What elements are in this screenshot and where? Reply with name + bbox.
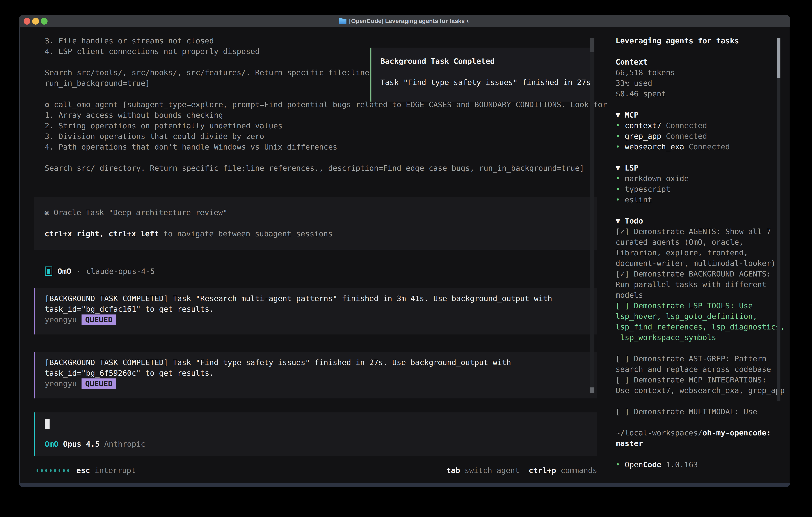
- main-scrollbar-track[interactable]: [590, 38, 594, 393]
- terminal-window: [OpenCode] Leveraging agents for tasks ◐…: [19, 15, 790, 487]
- task-line1: [BACKGROUND TASK COMPLETED] Task "Resear…: [45, 293, 597, 304]
- workspace-branch: master: [616, 438, 790, 449]
- input-meta: OmO Opus 4.5 Anthropic: [45, 439, 597, 450]
- text-cursor: [45, 419, 50, 429]
- context-used: 33% used: [616, 78, 790, 88]
- activity-dots-icon: [36, 469, 69, 472]
- scrollback-line: Search src/tools/, src/hooks/, src/featu…: [45, 67, 369, 78]
- toast-body: Task "Find type safety issues" finished …: [380, 77, 590, 88]
- status-badge: QUEUED: [82, 378, 116, 389]
- toast-title: Background Task Completed: [380, 56, 590, 66]
- workspace-path: ~/local-workspaces/oh-my-opencode:: [616, 428, 790, 438]
- green-dot-icon: •: [616, 132, 625, 140]
- ctrlp-key-label: commands: [556, 465, 597, 476]
- tool-call-block: ⚙ call_omo_agent [subagent_type=explore,…: [45, 99, 607, 173]
- task-line2: task_id="bg_6f59260c" to get results.: [45, 368, 597, 378]
- window-titlebar: [OpenCode] Leveraging agents for tasks ◐: [19, 15, 790, 27]
- lsp-item: • typescript: [616, 184, 790, 194]
- task-line2: task_id="bg_dcfac161" to get results.: [45, 304, 597, 315]
- green-dot-icon: •: [616, 174, 625, 183]
- background-task-message: [BACKGROUND TASK COMPLETED] Task "Find t…: [34, 352, 597, 399]
- agent-separator: ·: [77, 266, 81, 277]
- main-scrollbar-end[interactable]: [590, 387, 594, 393]
- green-dot-icon: •: [616, 185, 625, 193]
- oracle-icon: ◉: [45, 208, 49, 217]
- zoom-button[interactable]: [41, 18, 48, 25]
- window-title: [OpenCode] Leveraging agents for tasks ◐: [339, 18, 470, 24]
- oracle-title: Oracle Task "Deep architecture review": [49, 208, 227, 217]
- esc-key-hint: esc: [76, 465, 90, 476]
- mcp-section-header[interactable]: ▼ MCP: [616, 110, 790, 120]
- todo-section-header[interactable]: ▼ Todo: [616, 216, 790, 226]
- status-badge: QUEUED: [82, 315, 116, 325]
- tab-key-hint: tab: [446, 465, 460, 476]
- input-provider: Anthropic: [104, 439, 145, 450]
- todo-item-done: [✓] Demonstrate AGENTS: Show all 7 curat…: [616, 226, 790, 269]
- green-dot-icon: •: [616, 195, 625, 204]
- esc-key-label: interrupt: [90, 465, 136, 476]
- input-model: Opus 4.5: [59, 439, 104, 450]
- tool-call-line: call_omo_agent [subagent_type=explore, p…: [49, 100, 607, 109]
- sidebar-title: Leveraging agents for tasks: [616, 35, 790, 46]
- scrollback-line: 3. File handles or streams not closed: [45, 35, 369, 46]
- minimize-button[interactable]: [32, 18, 39, 25]
- context-spent: $0.46 spent: [616, 88, 790, 99]
- lsp-item: • markdown-oxide: [616, 173, 790, 184]
- green-dot-icon: •: [616, 121, 625, 130]
- context-tokens: 66,518 tokens: [616, 67, 790, 78]
- tool-call-item: 3. Division operations that could divide…: [45, 131, 607, 142]
- mcp-item: • context7 Connected: [616, 120, 790, 131]
- task-user: yeongyu: [45, 315, 77, 324]
- task-line1: [BACKGROUND TASK COMPLETED] Task "Find t…: [45, 357, 597, 368]
- oracle-hint-keys: ctrl+x right, ctrl+x left: [45, 229, 159, 238]
- agent-square-icon: [45, 267, 52, 276]
- agent-model: claude-opus-4-5: [86, 266, 155, 277]
- tool-call-item: 1. Array access without bounds checking: [45, 110, 607, 120]
- background-task-message: [BACKGROUND TASK COMPLETED] Task "Resear…: [34, 288, 597, 334]
- todo-item-pending: [ ] Demonstrate MULTIMODAL: Use: [616, 406, 790, 417]
- tool-call-item: 4. Path operations that don't handle Win…: [45, 142, 607, 152]
- todo-item-pending: [ ] Demonstrate MCP INTEGRATIONS: Use co…: [616, 375, 790, 396]
- window-bottom-strip: [19, 483, 790, 487]
- oracle-task-box[interactable]: ◉ Oracle Task "Deep architecture review"…: [34, 197, 597, 250]
- todo-item-pending: [ ] Demonstrate AST-GREP: Pattern search…: [616, 353, 790, 375]
- window-title-text: [OpenCode] Leveraging agents for tasks ◐: [349, 18, 470, 24]
- tool-call-item: 2. String operations on potentially unde…: [45, 120, 607, 131]
- agent-name: OmO: [58, 266, 71, 277]
- main-scrollbar-thumb[interactable]: [590, 38, 594, 52]
- todo-item-active: [ ] Demonstrate LSP TOOLS: Use lsp_hover…: [616, 300, 790, 343]
- sidebar-scrollbar-thumb[interactable]: [777, 38, 780, 78]
- screen: [OpenCode] Leveraging agents for tasks ◐…: [0, 0, 812, 517]
- ctrlp-key-hint: ctrl+p: [529, 465, 556, 476]
- lsp-section-header[interactable]: ▼ LSP: [616, 163, 790, 173]
- terminal-content: 3. File handles or streams not closed 4.…: [20, 27, 790, 483]
- folder-icon: [339, 19, 346, 24]
- agent-header: OmO · claude-opus-4-5: [45, 265, 155, 277]
- session-sidebar: Leveraging agents for tasks Context 66,5…: [616, 35, 790, 470]
- background-task-toast: Background Task Completed Task "Find typ…: [371, 48, 591, 102]
- scrollback-line: 4. LSP client connections not properly d…: [45, 46, 369, 57]
- tool-call-tail: Search src/ directory. Return specific f…: [45, 163, 607, 173]
- version-row: • OpenCode 1.0.163: [616, 459, 790, 470]
- green-dot-icon: •: [616, 460, 625, 469]
- scrollback-text: 3. File handles or streams not closed 4.…: [45, 35, 369, 88]
- oracle-hint-text: to navigate between subagent sessions: [159, 229, 332, 238]
- input-agent-name: OmO: [45, 439, 59, 450]
- mcp-item: • grep_app Connected: [616, 131, 790, 141]
- task-user: yeongyu: [45, 379, 77, 388]
- close-button[interactable]: [24, 18, 30, 25]
- tab-key-label: switch agent: [460, 465, 520, 476]
- scrollback-line: run_in_background=true]: [45, 78, 369, 88]
- todo-item-done: [✓] Demonstrate BACKGROUND AGENTS: Run p…: [616, 269, 790, 300]
- traffic-lights: [24, 15, 48, 27]
- sidebar-scrollbar-track[interactable]: [777, 78, 780, 401]
- lsp-item: • eslint: [616, 194, 790, 205]
- green-dot-icon: •: [616, 142, 625, 151]
- status-bar: esc interrupt tab switch agent ctrl+p co…: [36, 465, 597, 476]
- context-header: Context: [616, 57, 790, 67]
- gear-icon: ⚙: [45, 100, 49, 109]
- prompt-input[interactable]: OmO Opus 4.5 Anthropic: [34, 412, 597, 456]
- mcp-item: • websearch_exa Connected: [616, 141, 790, 152]
